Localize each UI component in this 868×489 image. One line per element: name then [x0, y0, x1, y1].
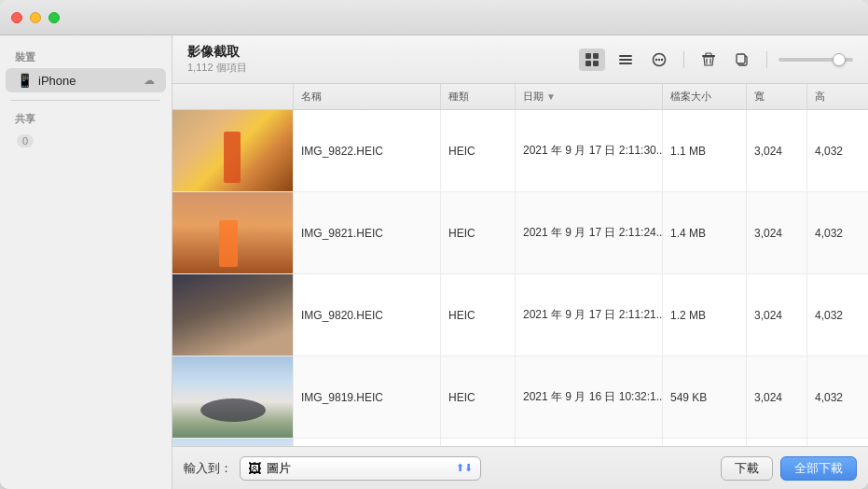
- thumbnail-cell: [172, 439, 294, 446]
- svg-rect-0: [586, 53, 591, 59]
- file-height-cell: 4,032: [807, 110, 868, 191]
- file-height-cell: 4,032: [807, 356, 868, 438]
- svg-rect-6: [619, 63, 632, 64]
- fullscreen-button[interactable]: [48, 12, 60, 23]
- svg-rect-4: [619, 55, 632, 57]
- more-options-button[interactable]: [646, 49, 672, 71]
- dropdown-arrow-icon: ⬆⬇: [456, 462, 473, 474]
- file-width-cell: 3,024: [747, 439, 807, 446]
- table-row[interactable]: IMG_9822.HEIC HEIC 2021 年 9 月 17 日 2:11:…: [172, 110, 868, 192]
- table-row[interactable]: IMG_9819.HEIC HEIC 2021 年 9 月 16 日 10:32…: [172, 356, 868, 439]
- sidebar-item-shared[interactable]: 0: [6, 130, 166, 152]
- file-name-cell: IMG_9821.HEIC: [294, 192, 441, 273]
- titlebar: [0, 0, 868, 35]
- zoom-track[interactable]: [778, 58, 853, 62]
- thumbnail-image: [172, 439, 293, 446]
- file-height-cell: 4,032: [807, 192, 868, 273]
- thumbnail-cell: [172, 274, 294, 356]
- th-date[interactable]: 日期▼: [516, 84, 663, 109]
- devices-section-label: 裝置: [0, 47, 172, 68]
- file-width-cell: 3,024: [747, 356, 807, 438]
- sidebar-item-iphone[interactable]: 📱 iPhone ☁: [6, 68, 166, 92]
- shared-section-label: 共享: [0, 108, 172, 130]
- grid-view-button[interactable]: [579, 49, 605, 71]
- table-container: 名稱 種類 日期▼ 檔案大小 寬 高 IMG_9822.HEIC HEIC 20…: [172, 84, 868, 446]
- close-button[interactable]: [11, 12, 22, 23]
- toolbar-separator-2: [766, 51, 767, 68]
- th-thumbnail: [172, 84, 294, 109]
- download-all-button[interactable]: 全部下載: [780, 456, 857, 481]
- file-type-cell: HEIC: [441, 439, 516, 446]
- thumbnail-cell: [172, 192, 294, 273]
- bottom-bar: 輸入到： 🖼 圖片 ⬆⬇ 下載 全部下載: [172, 446, 868, 489]
- table-header: 名稱 種類 日期▼ 檔案大小 寬 高: [172, 84, 868, 110]
- thumbnail-cell: [172, 110, 294, 191]
- download-button[interactable]: 下載: [721, 456, 773, 481]
- file-name-cell: IMG_9816.HEIC: [294, 439, 441, 446]
- file-type-cell: HEIC: [441, 192, 516, 273]
- file-size-cell: 1.2 MB: [663, 274, 747, 356]
- thumbnail-image: [172, 110, 293, 191]
- file-width-cell: 3,024: [747, 274, 807, 356]
- svg-rect-14: [737, 54, 745, 63]
- sort-arrow-icon: ▼: [546, 91, 556, 102]
- file-date-cell: 2021 年 9 月 16 日 10:32:0...: [516, 439, 663, 446]
- svg-rect-12: [706, 53, 711, 56]
- sidebar-divider: [11, 100, 160, 101]
- copy-button[interactable]: [729, 49, 755, 71]
- file-height-cell: 4,032: [807, 274, 868, 356]
- toolbar-separator: [683, 51, 684, 68]
- panel-title: 影像截取: [187, 44, 579, 61]
- thumbnail-image: [172, 192, 293, 273]
- file-name-cell: IMG_9820.HEIC: [294, 274, 441, 356]
- file-date-cell: 2021 年 9 月 17 日 2:11:21...: [516, 274, 663, 356]
- th-name[interactable]: 名稱: [294, 84, 441, 109]
- delete-button[interactable]: [696, 49, 722, 71]
- file-type-cell: HEIC: [441, 110, 516, 191]
- shared-count-badge: 0: [17, 134, 34, 147]
- table-row[interactable]: IMG_9821.HEIC HEIC 2021 年 9 月 17 日 2:11:…: [172, 192, 868, 274]
- app-window: 裝置 📱 iPhone ☁ 共享 0 影像截取 1,112 個項目: [0, 0, 868, 489]
- minimize-button[interactable]: [30, 12, 41, 23]
- right-panel: 影像截取 1,112 個項目: [172, 35, 868, 489]
- main-content: 裝置 📱 iPhone ☁ 共享 0 影像截取 1,112 個項目: [0, 35, 868, 489]
- zoom-slider: [778, 58, 853, 62]
- file-width-cell: 3,024: [747, 192, 807, 273]
- destination-selector[interactable]: 🖼 圖片 ⬆⬇: [240, 456, 481, 481]
- table-row[interactable]: IMG_9820.HEIC HEIC 2021 年 9 月 17 日 2:11:…: [172, 274, 868, 356]
- file-name-cell: IMG_9819.HEIC: [294, 356, 441, 438]
- iphone-label: iPhone: [38, 74, 138, 88]
- toolbar: [579, 49, 853, 71]
- file-date-cell: 2021 年 9 月 17 日 2:11:24...: [516, 192, 663, 273]
- file-date-cell: 2021 年 9 月 17 日 2:11:30...: [516, 110, 663, 191]
- svg-rect-3: [593, 61, 599, 66]
- svg-point-10: [661, 58, 663, 60]
- file-size-cell: 570 KB: [663, 439, 747, 446]
- file-height-cell: 4,032: [807, 439, 868, 446]
- thumbnail-image: [172, 274, 293, 356]
- import-label: 輸入到：: [184, 460, 232, 477]
- thumbnail-cell: [172, 356, 294, 438]
- svg-rect-1: [593, 53, 599, 59]
- panel-title-area: 影像截取 1,112 個項目: [187, 44, 579, 75]
- table-row[interactable]: IMG_9816.HEIC HEIC 2021 年 9 月 16 日 10:32…: [172, 439, 868, 446]
- destination-label: 圖片: [267, 460, 450, 477]
- th-height[interactable]: 高: [807, 84, 868, 109]
- sidebar: 裝置 📱 iPhone ☁ 共享 0: [0, 35, 172, 489]
- panel-header: 影像截取 1,112 個項目: [172, 35, 868, 84]
- file-size-cell: 1.1 MB: [663, 110, 747, 191]
- list-view-button[interactable]: [613, 49, 639, 71]
- phone-icon: 📱: [17, 73, 33, 88]
- cloud-icon: ☁: [144, 74, 155, 87]
- th-size[interactable]: 檔案大小: [663, 84, 747, 109]
- th-width[interactable]: 寬: [747, 84, 807, 109]
- file-width-cell: 3,024: [747, 110, 807, 191]
- folder-icon: 🖼: [248, 461, 261, 476]
- file-type-cell: HEIC: [441, 274, 516, 356]
- file-size-cell: 549 KB: [663, 356, 747, 438]
- th-type[interactable]: 種類: [441, 84, 516, 109]
- file-date-cell: 2021 年 9 月 16 日 10:32:1...: [516, 356, 663, 438]
- zoom-thumb[interactable]: [833, 53, 846, 66]
- file-type-cell: HEIC: [441, 356, 516, 438]
- thumbnail-image: [172, 356, 293, 438]
